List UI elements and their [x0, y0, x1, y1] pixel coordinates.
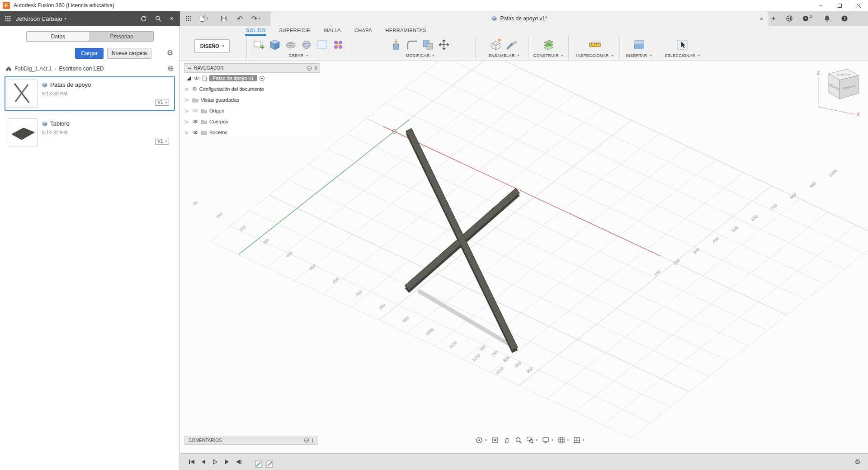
form-icon[interactable]: [299, 38, 314, 52]
timeline-go-start-button[interactable]: [187, 457, 196, 466]
workspace-selector[interactable]: DISEÑO▾: [194, 39, 230, 53]
version-dropdown[interactable]: V1▾: [155, 138, 169, 145]
file-menu-icon[interactable]: ▾: [199, 11, 208, 26]
extrude-icon[interactable]: [268, 38, 282, 52]
expand-triangle-icon[interactable]: ▷: [184, 108, 190, 113]
apps-grid-icon[interactable]: [5, 15, 11, 22]
timeline-step-forward-button[interactable]: [222, 457, 231, 466]
insert-canvas-icon[interactable]: [632, 38, 646, 52]
ribbon-tab-solido[interactable]: SOLIDO: [245, 28, 266, 36]
new-component-icon[interactable]: ✱: [489, 38, 503, 52]
expand-triangle-icon[interactable]: ▷: [184, 119, 190, 124]
navigator-document-name[interactable]: Patas de apoyo v1: [209, 75, 257, 81]
timeline-feature-sketch-2[interactable]: [266, 461, 273, 468]
browser-globe-icon[interactable]: [786, 11, 793, 26]
navigator-node-origin[interactable]: ▷ Origen: [184, 105, 320, 116]
visibility-eye-off-icon[interactable]: [192, 108, 198, 113]
toolbar-grid-icon[interactable]: [185, 11, 192, 26]
zoom-window-button[interactable]: ▾: [525, 435, 540, 445]
revolve-icon[interactable]: [283, 38, 298, 52]
tab-personas[interactable]: Personas: [90, 31, 154, 42]
combine-icon[interactable]: [421, 38, 435, 52]
look-at-button[interactable]: [490, 435, 500, 445]
grid-settings-button[interactable]: ▾: [556, 435, 571, 445]
viewport[interactable]: 5015025035045055065075085095010501150125…: [180, 61, 868, 453]
group-label-inspeccionar[interactable]: INSPECCIONAR▾: [576, 53, 613, 58]
orbit-button[interactable]: ▾: [474, 435, 489, 445]
press-pull-icon[interactable]: [389, 38, 404, 52]
user-menu[interactable]: Jefferson Carbajo: [16, 15, 62, 22]
expand-triangle-icon[interactable]: ▷: [184, 130, 190, 135]
timeline-play-button[interactable]: [211, 457, 220, 466]
undo-icon[interactable]: ↶: [237, 11, 243, 26]
ribbon-tab-chapa[interactable]: CHAPA: [354, 28, 373, 36]
panel-settings-gear-icon[interactable]: ⚙: [167, 48, 173, 57]
close-button[interactable]: [849, 0, 868, 11]
fillet-icon[interactable]: [405, 38, 420, 52]
ribbon-tab-malla[interactable]: MALLA: [323, 28, 342, 36]
notifications-bell-icon[interactable]: [824, 11, 830, 26]
redo-icon[interactable]: ↷▾: [251, 11, 260, 26]
item-thumbnail[interactable]: [8, 80, 38, 108]
group-label-insertar[interactable]: INSERTAR▾: [626, 53, 652, 58]
measure-icon[interactable]: [588, 38, 602, 52]
collapse-circle-icon[interactable]: [304, 437, 309, 443]
visibility-eye-icon[interactable]: [193, 76, 200, 80]
ribbon-tab-herramientas[interactable]: HERRAMIENTAS: [385, 28, 427, 36]
search-icon[interactable]: [155, 15, 162, 22]
group-label-modificar[interactable]: MODIFICAR▾: [406, 53, 434, 58]
navigator-root-row[interactable]: Patas de apoyo v1: [184, 73, 320, 84]
tab-datos[interactable]: Datos: [26, 31, 90, 42]
group-label-crear[interactable]: CREAR▾: [289, 53, 308, 58]
help-icon[interactable]: ?: [841, 11, 848, 26]
navigator-node-saved-views[interactable]: ▷ Vistas guardadas: [184, 94, 320, 105]
document-tab[interactable]: Patas de apoyo v1* ×: [270, 11, 769, 26]
create-sketch-icon[interactable]: [252, 38, 266, 52]
data-item-patas[interactable]: Patas de apoyo 5:13:39 PM V1▾: [5, 76, 175, 111]
collapse-circle-icon[interactable]: [307, 66, 312, 71]
model-x-legs[interactable]: [405, 128, 519, 353]
zoom-button[interactable]: [513, 435, 524, 445]
visibility-eye-icon[interactable]: [192, 119, 198, 124]
group-label-ensamblar[interactable]: ENSAMBLAR▾: [488, 53, 519, 58]
group-label-seleccionar[interactable]: SELECCIONAR▾: [665, 53, 700, 58]
group-label-construir[interactable]: CONSTRUIR▾: [533, 53, 563, 58]
ribbon-tab-superficie[interactable]: SUPERFICIE: [278, 28, 311, 36]
panel-drag-handle[interactable]: [312, 438, 314, 442]
data-item-tablero[interactable]: Tablero 5:14:32 PM V1▾: [5, 115, 175, 150]
viewports-button[interactable]: ▾: [571, 435, 586, 445]
upload-button[interactable]: Cargar: [75, 48, 104, 59]
timeline-feature-sketch-1[interactable]: [255, 461, 262, 468]
breadcrumb-root[interactable]: FabDig_1.Act.1: [14, 66, 52, 72]
share-globe-icon[interactable]: [167, 65, 174, 72]
construction-plane-icon[interactable]: [541, 38, 556, 52]
refresh-icon[interactable]: [140, 15, 147, 22]
activate-radio-icon[interactable]: [259, 75, 265, 81]
pan-button[interactable]: [501, 435, 512, 445]
close-panel-icon[interactable]: ×: [170, 15, 174, 22]
navigator-node-sketches[interactable]: ▷ Bocetos: [184, 127, 320, 138]
joint-icon[interactable]: [505, 38, 519, 52]
timeline-settings-gear-icon[interactable]: ⚙: [855, 458, 861, 466]
timeline-step-back-button[interactable]: [199, 457, 208, 466]
pattern-icon[interactable]: [331, 38, 345, 52]
select-cursor-icon[interactable]: [675, 38, 689, 52]
job-status-clock-icon[interactable]: 1: [802, 11, 812, 26]
navigator-node-doc-settings[interactable]: ▷ ⚙ Configuración del documento: [184, 84, 320, 94]
item-thumbnail[interactable]: [8, 118, 38, 146]
document-tab-close-icon[interactable]: ×: [760, 15, 763, 22]
derive-icon[interactable]: [315, 38, 330, 52]
navigator-node-bodies[interactable]: ▷ Cuerpos: [184, 116, 320, 127]
home-icon[interactable]: [5, 66, 12, 71]
collapse-arrows-icon[interactable]: ◂◂: [188, 66, 191, 70]
timeline-go-end-button[interactable]: [234, 457, 243, 466]
visibility-eye-icon[interactable]: [192, 130, 198, 135]
new-folder-button[interactable]: Nueva carpeta: [107, 48, 151, 59]
move-icon[interactable]: [437, 38, 451, 52]
minimize-button[interactable]: [811, 0, 830, 11]
new-tab-button[interactable]: +: [771, 11, 775, 26]
expand-triangle-icon[interactable]: ▷: [184, 87, 190, 91]
version-dropdown[interactable]: V1▾: [155, 99, 169, 106]
comments-bar[interactable]: COMENTARIOS: [184, 436, 318, 445]
maximize-button[interactable]: [830, 0, 849, 11]
